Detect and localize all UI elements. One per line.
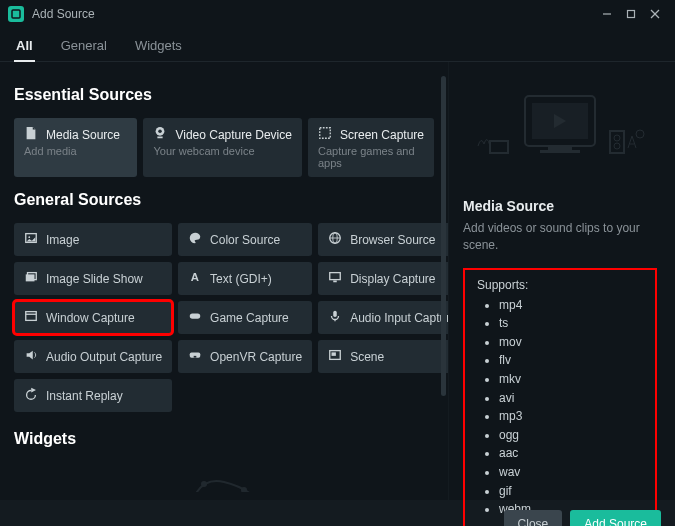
mic-icon xyxy=(328,309,342,326)
add-source-button[interactable]: Add Source xyxy=(570,510,661,526)
svg-rect-24 xyxy=(194,356,197,358)
globe-icon xyxy=(328,231,342,248)
source-browser-source[interactable]: Browser Source xyxy=(318,223,448,256)
replay-icon xyxy=(24,387,38,404)
source-game-capture[interactable]: Game Capture xyxy=(178,301,312,334)
widgets-title: Widgets xyxy=(14,430,434,448)
source-scene[interactable]: Scene xyxy=(318,340,448,373)
format-mp4: mp4 xyxy=(499,296,643,315)
source-label: Window Capture xyxy=(46,311,135,325)
svg-rect-35 xyxy=(610,131,624,153)
vr-icon xyxy=(188,348,202,365)
svg-rect-21 xyxy=(190,313,201,318)
source-label: Game Capture xyxy=(210,311,289,325)
source-label: Instant Replay xyxy=(46,389,123,403)
tab-widgets[interactable]: Widgets xyxy=(133,34,184,61)
source-label: Display Capture xyxy=(350,272,435,286)
source-screen-capture[interactable]: Screen CaptureCapture games and apps xyxy=(308,118,434,177)
window-icon xyxy=(24,309,38,326)
svg-rect-26 xyxy=(332,352,336,356)
svg-point-37 xyxy=(614,143,620,149)
svg-rect-22 xyxy=(333,311,337,317)
speaker-icon xyxy=(24,348,38,365)
close-icon xyxy=(650,9,660,19)
source-image[interactable]: Image xyxy=(14,223,172,256)
window-title: Add Source xyxy=(32,7,95,21)
widgets-illustration xyxy=(14,462,434,492)
source-label: OpenVR Capture xyxy=(210,350,302,364)
format-ogg: ogg xyxy=(499,426,643,445)
svg-point-10 xyxy=(28,236,30,238)
format-mkv: mkv xyxy=(499,370,643,389)
svg-rect-0 xyxy=(12,10,20,18)
svg-rect-2 xyxy=(628,11,635,18)
format-ts: ts xyxy=(499,314,643,333)
general-title: General Sources xyxy=(14,191,434,209)
source-window-capture[interactable]: Window Capture xyxy=(14,301,172,334)
svg-rect-19 xyxy=(26,312,37,321)
source-label: Media Source xyxy=(46,128,120,142)
close-window-button[interactable] xyxy=(643,2,667,26)
source-image-slide-show[interactable]: Image Slide Show xyxy=(14,262,172,295)
svg-rect-17 xyxy=(330,273,341,280)
source-instant-replay[interactable]: Instant Replay xyxy=(14,379,172,412)
detail-panel: Media Source Add videos or sound clips t… xyxy=(448,62,675,500)
dashed-screen-icon xyxy=(318,126,332,143)
svg-rect-34 xyxy=(490,141,508,153)
svg-point-38 xyxy=(636,130,644,138)
webcam-icon xyxy=(153,126,167,143)
source-label: Browser Source xyxy=(350,233,435,247)
source-text-gdi-[interactable]: AText (GDI+) xyxy=(178,262,312,295)
source-audio-input-capture[interactable]: Audio Input Capture xyxy=(318,301,448,334)
source-label: Audio Input Capture xyxy=(350,311,448,325)
svg-point-6 xyxy=(159,130,163,134)
format-mov: mov xyxy=(499,333,643,352)
svg-rect-8 xyxy=(320,128,331,139)
source-label: Image Slide Show xyxy=(46,272,143,286)
supports-label: Supports: xyxy=(477,278,643,292)
svg-rect-32 xyxy=(548,146,572,150)
titlebar: Add Source xyxy=(0,0,675,28)
source-color-source[interactable]: Color Source xyxy=(178,223,312,256)
svg-rect-33 xyxy=(540,150,580,153)
maximize-button[interactable] xyxy=(619,2,643,26)
scrollbar[interactable] xyxy=(441,76,446,396)
tabs: All General Widgets xyxy=(0,28,675,62)
source-sublabel: Capture games and apps xyxy=(318,145,424,169)
source-label: Scene xyxy=(350,350,384,364)
source-sublabel: Your webcam device xyxy=(153,145,254,157)
source-video-capture-device[interactable]: Video Capture DeviceYour webcam device xyxy=(143,118,302,177)
close-button[interactable]: Close xyxy=(504,510,563,526)
file-icon xyxy=(24,126,38,143)
svg-rect-7 xyxy=(158,137,163,139)
supports-box: Supports: mp4tsmovflvmkvavimp3oggaacwavg… xyxy=(463,268,657,526)
svg-point-27 xyxy=(201,481,207,487)
tab-general[interactable]: General xyxy=(59,34,109,61)
gamepad-icon xyxy=(188,309,202,326)
source-label: Video Capture Device xyxy=(175,128,292,142)
detail-title: Media Source xyxy=(463,198,657,214)
maximize-icon xyxy=(626,9,636,19)
svg-text:A: A xyxy=(191,271,199,283)
text-icon: A xyxy=(188,270,202,287)
format-mp3: mp3 xyxy=(499,407,643,426)
scene-icon xyxy=(328,348,342,365)
format-aac: aac xyxy=(499,444,643,463)
source-label: Text (GDI+) xyxy=(210,272,272,286)
source-label: Screen Capture xyxy=(340,128,424,142)
source-audio-output-capture[interactable]: Audio Output Capture xyxy=(14,340,172,373)
format-wav: wav xyxy=(499,463,643,482)
tab-all[interactable]: All xyxy=(14,34,35,61)
palette-icon xyxy=(188,231,202,248)
svg-point-36 xyxy=(614,135,620,141)
monitor-icon xyxy=(328,270,342,287)
source-openvr-capture[interactable]: OpenVR Capture xyxy=(178,340,312,373)
source-media-source[interactable]: Media SourceAdd media xyxy=(14,118,137,177)
source-label: Image xyxy=(46,233,79,247)
image-icon xyxy=(24,231,38,248)
app-icon xyxy=(8,6,24,22)
source-list-panel: Essential Sources Media SourceAdd mediaV… xyxy=(0,62,448,500)
source-display-capture[interactable]: Display Capture xyxy=(318,262,448,295)
minimize-button[interactable] xyxy=(595,2,619,26)
slides-icon xyxy=(24,270,38,287)
